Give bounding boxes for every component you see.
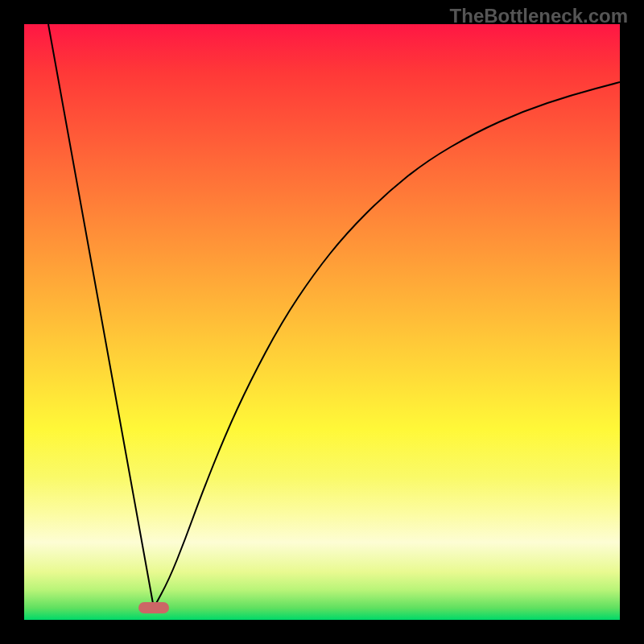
plot-background (24, 24, 620, 620)
minimum-marker (138, 602, 169, 613)
watermark-text: TheBottleneck.com (450, 5, 628, 27)
chart-container: TheBottleneck.com (0, 0, 644, 644)
